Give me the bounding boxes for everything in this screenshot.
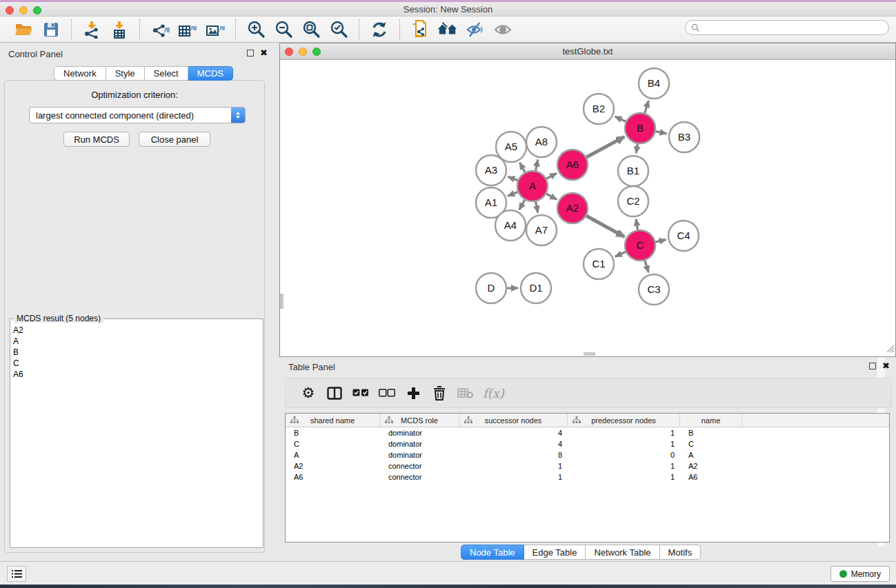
window-resize-grip[interactable]: [885, 343, 895, 356]
minimize-window-button[interactable]: [19, 6, 28, 14]
mcds-result-item[interactable]: B: [13, 347, 249, 358]
column-header-name[interactable]: name: [680, 414, 742, 427]
network-view-titlebar[interactable]: testGlobe.txt: [280, 43, 895, 60]
control-panel-float-icon[interactable]: [247, 50, 254, 57]
delete-table-icon[interactable]: [455, 383, 476, 403]
tab-motifs[interactable]: Motifs: [660, 545, 701, 560]
import-network-icon[interactable]: [81, 19, 102, 40]
table-cell: A2: [680, 460, 742, 472]
mcds-result-list[interactable]: A2ABCA6: [10, 323, 249, 547]
network-window-controls: [285, 48, 321, 56]
hide-graphics-details-icon[interactable]: [465, 19, 486, 40]
table-row[interactable]: A6connector11A6: [286, 472, 889, 483]
network-canvas[interactable]: B4B2BB3A8A5A6A3B1AC2A1A2A4A7C4CC1C3DD1: [280, 61, 895, 356]
graph-node-label: A3: [485, 164, 497, 176]
control-panel-close-icon[interactable]: ✖: [260, 50, 268, 57]
network-zoom-button[interactable]: [312, 48, 321, 56]
select-all-rows-icon[interactable]: [350, 383, 371, 403]
refresh-icon[interactable]: [369, 19, 390, 40]
network-minimize-button[interactable]: [299, 48, 307, 56]
toolbar-separator: [235, 19, 236, 40]
table-panel-toolbar: ⚙ f(x): [285, 378, 892, 408]
tab-mcds[interactable]: MCDS: [188, 66, 233, 81]
table-cell: A6: [286, 472, 380, 483]
column-header-shared-name[interactable]: shared name: [286, 414, 380, 427]
run-mcds-button[interactable]: Run MCDS: [63, 132, 130, 147]
table-cell: 0: [568, 449, 680, 460]
zoom-fit-icon[interactable]: [301, 19, 321, 40]
network-close-button[interactable]: [285, 48, 293, 56]
column-header-mcds-role[interactable]: MCDS role: [380, 414, 459, 427]
hierarchy-icon: [573, 416, 581, 424]
session-title: Session: New Session: [404, 4, 492, 14]
memory-button[interactable]: Memory: [830, 566, 890, 582]
main-titlebar[interactable]: Session: New Session: [0, 2, 896, 17]
optimization-criterion-label: Optimization criterion:: [0, 90, 269, 100]
zoom-in-icon[interactable]: [246, 19, 266, 40]
mcds-result-item[interactable]: A: [13, 336, 249, 347]
export-network-icon[interactable]: [150, 19, 170, 40]
import-table-icon[interactable]: [109, 19, 130, 40]
table-panel-title: Table Panel: [288, 362, 335, 372]
graph-node-label: A2: [566, 202, 579, 214]
optimization-criterion-select[interactable]: largest connected component (directed): [29, 107, 246, 123]
tab-network-table[interactable]: Network Table: [586, 545, 659, 560]
column-header-successor-nodes[interactable]: successor nodes: [459, 414, 568, 427]
zoom-window-button[interactable]: [33, 6, 41, 14]
table-cell-filler: [742, 427, 889, 438]
tab-node-table[interactable]: Node Table: [461, 545, 524, 560]
delete-column-trash-icon[interactable]: [429, 383, 450, 403]
tab-style[interactable]: Style: [106, 66, 145, 81]
table-row[interactable]: Bdominator41B: [286, 427, 889, 438]
export-table-icon[interactable]: [177, 19, 198, 40]
tab-edge-table[interactable]: Edge Table: [524, 545, 586, 560]
close-panel-button[interactable]: Close panel: [139, 132, 210, 147]
column-header-predecessor-nodes[interactable]: predecessor nodes: [568, 414, 680, 427]
task-history-button[interactable]: [7, 566, 26, 582]
control-panel-title: Control Panel: [8, 49, 63, 59]
deselect-all-rows-icon[interactable]: [377, 383, 397, 403]
zoom-out-icon[interactable]: [273, 19, 294, 40]
table-row[interactable]: Cdominator41C: [286, 438, 889, 449]
close-window-button[interactable]: [6, 6, 14, 14]
mcds-result-item[interactable]: A2: [13, 325, 249, 336]
table-cell: dominator: [380, 449, 459, 460]
table-cell: 4: [459, 427, 568, 438]
graph-node-label: A1: [485, 196, 497, 208]
function-builder-icon[interactable]: f(x): [483, 386, 504, 401]
table-row[interactable]: A2connector11A2: [286, 460, 889, 472]
search-field[interactable]: [685, 20, 889, 35]
table-cell: 1: [459, 460, 568, 472]
table-panel-close-icon[interactable]: ✖: [882, 363, 890, 369]
home-icon[interactable]: [437, 19, 458, 40]
table-cell: 1: [568, 427, 680, 438]
zoom-selected-icon[interactable]: [328, 19, 349, 40]
create-column-plus-icon[interactable]: [403, 383, 424, 403]
show-graphics-details-icon[interactable]: [492, 19, 513, 40]
save-session-icon[interactable]: [41, 19, 61, 40]
table-cell: A2: [286, 460, 380, 472]
open-session-icon[interactable]: [13, 19, 34, 40]
table-row[interactable]: Adominator80A: [286, 449, 889, 460]
mcds-result-item[interactable]: A6: [13, 369, 249, 380]
network-view-title: testGlobe.txt: [563, 46, 613, 57]
main-toolbar: [0, 17, 896, 43]
graph-node-label: A5: [505, 141, 517, 152]
mcds-result-item[interactable]: C: [13, 358, 249, 369]
tab-select[interactable]: Select: [145, 66, 188, 81]
node-table-body: Bdominator41BCdominator41CAdominator80AA…: [286, 427, 889, 483]
table-panel-float-icon[interactable]: [869, 363, 876, 369]
export-image-icon[interactable]: [205, 19, 226, 40]
table-settings-gear-icon[interactable]: ⚙: [298, 383, 319, 403]
table-cell: dominator: [380, 438, 459, 449]
search-input[interactable]: [703, 21, 888, 34]
split-panel-icon[interactable]: [324, 383, 345, 403]
network-vertical-scrollbar[interactable]: [280, 294, 283, 309]
graph-node-label: B: [637, 122, 644, 134]
network-horizontal-scrollbar[interactable]: [584, 352, 595, 356]
mcds-result-title: MCDS result (5 nodes): [14, 314, 103, 323]
table-cell-filler: [742, 460, 889, 472]
tab-network[interactable]: Network: [54, 66, 106, 81]
network-from-file-icon[interactable]: [410, 19, 430, 40]
memory-label: Memory: [851, 569, 881, 579]
